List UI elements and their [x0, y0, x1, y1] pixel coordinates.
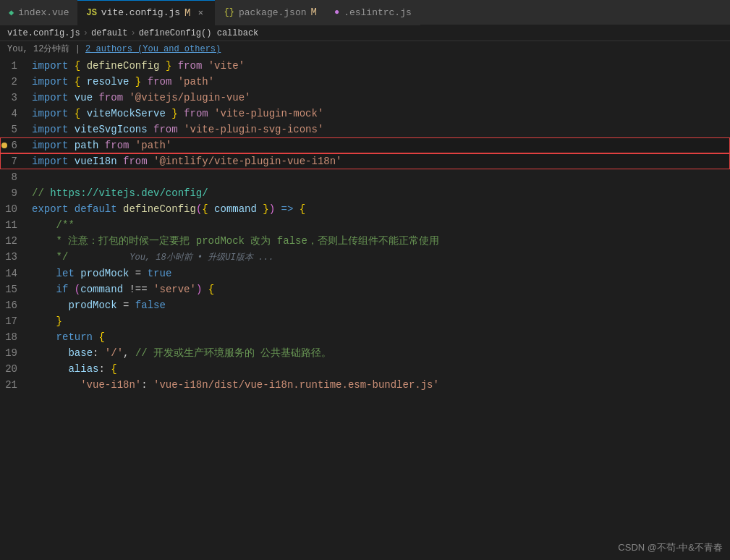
breadcrumb-sep2: ›	[130, 28, 135, 38]
tab-label: package.json	[239, 7, 307, 18]
token-comment: * 注意：打包的时候一定要把 prodMock 改为 false，否则上传组件不…	[56, 235, 439, 247]
code-line: 16 prodMock = false	[0, 297, 730, 313]
token-brace2: (	[75, 284, 80, 295]
code-line: 1import { defineConfig } from 'vite'	[0, 58, 730, 74]
code-line: 6import path from 'path'	[0, 137, 730, 153]
token-func: defineConfig	[87, 60, 160, 72]
tab-index-vue[interactable]: ◆ index.vue	[0, 0, 77, 25]
token-plain	[117, 203, 123, 215]
code-line: 15 if (command !== 'serve') {	[0, 281, 730, 297]
line-number: 9	[0, 185, 29, 201]
token-plain	[98, 140, 104, 151]
token-plain	[32, 363, 68, 375]
tab-bar: ◆ index.vue JS vite.config.js M ✕ {} pac…	[0, 0, 730, 25]
tab-close-button[interactable]: ✕	[195, 7, 206, 19]
token-comment-url: https://vitejs.dev/config/	[50, 187, 208, 199]
code-line: 8	[0, 169, 730, 185]
line-number: 17	[0, 313, 29, 329]
token-str: 'path'	[178, 76, 214, 88]
token-str: '/'	[105, 347, 123, 359]
breadcrumb-path1[interactable]: default	[91, 28, 127, 38]
token-plain	[32, 235, 56, 247]
blame-sep: |	[75, 44, 85, 54]
token-kw2: from	[98, 92, 123, 103]
vue-icon: ◆	[9, 7, 14, 18]
token-plain	[68, 108, 74, 119]
token-plain	[293, 203, 299, 215]
token-kw2: from	[105, 140, 130, 151]
token-kw: if	[56, 284, 69, 295]
token-plain	[68, 140, 74, 151]
line-number: 5	[0, 122, 29, 137]
tab-package-json[interactable]: {} package.json M	[215, 0, 325, 25]
token-plain	[32, 331, 56, 343]
tab-vite-config-js[interactable]: JS vite.config.js M ✕	[77, 0, 215, 25]
token-var: vueI18n	[75, 156, 117, 167]
token-plain	[171, 76, 177, 88]
token-comment: */	[56, 251, 69, 263]
eslint-icon: ●	[334, 7, 339, 17]
token-plain	[275, 203, 281, 215]
token-str: 'vite'	[208, 60, 245, 72]
token-plain	[32, 347, 68, 359]
token-plain	[171, 60, 177, 72]
token-plain	[141, 268, 147, 279]
tab-label: .eslintrc.js	[344, 7, 412, 18]
line-content: * 注意：打包的时候一定要把 prodMock 改为 false，否则上传组件不…	[29, 233, 730, 249]
breadcrumb-path2[interactable]: defineConfig() callback	[139, 28, 259, 38]
token-plain	[148, 379, 153, 391]
line-number: 11	[0, 217, 29, 233]
blame-authors[interactable]: 2 authors (You and others)	[85, 44, 221, 54]
token-plain	[80, 108, 86, 119]
line-number: 18	[0, 329, 29, 345]
line-number: 20	[0, 361, 29, 377]
code-line: 2import { resolve } from 'path'	[0, 74, 730, 90]
code-line: 11 /**	[0, 217, 730, 233]
token-kw: import	[32, 92, 68, 103]
code-line: 19 base: '/', // 开发或生产环境服务的 公共基础路径。	[0, 345, 730, 361]
token-kw2: from	[178, 60, 203, 72]
line-number: 15	[0, 281, 29, 297]
token-plain	[202, 60, 208, 72]
code-line: 4import { viteMockServe } from 'vite-plu…	[0, 106, 730, 122]
token-kw: return	[56, 331, 93, 343]
token-plain	[80, 60, 86, 72]
line-content: let prodMock = true	[29, 266, 730, 281]
token-kw: default	[75, 203, 117, 215]
code-line: 12 * 注意：打包的时候一定要把 prodMock 改为 false，否则上传…	[0, 233, 730, 249]
token-str: '@vitejs/plugin-vue'	[129, 92, 250, 103]
code-line: 10export default defineConfig({ command …	[0, 201, 730, 217]
code-line: 14 let prodMock = true	[0, 266, 730, 281]
git-inline-blame: You, 18小时前 • 升级UI版本 ...	[82, 253, 273, 263]
token-brace2: )	[269, 203, 275, 215]
token-plain	[75, 268, 80, 279]
token-str: '@intlify/vite-plugin-vue-i18n'	[153, 156, 341, 167]
token-plain	[208, 108, 214, 119]
token-str: 'serve'	[153, 284, 196, 295]
token-plain	[159, 60, 165, 72]
line-number: 14	[0, 266, 29, 281]
line-number: 10	[0, 201, 29, 217]
token-kw2: from	[148, 76, 172, 88]
line-number: 7	[0, 153, 29, 169]
blame-user: You, 12分钟前	[7, 44, 69, 54]
line-number: 8	[0, 169, 29, 185]
breadcrumb-file[interactable]: vite.config.js	[7, 28, 80, 38]
tab-eslintrc-js[interactable]: ● .eslintrc.js	[326, 0, 420, 25]
code-line: 21 'vue-i18n': 'vue-i18n/dist/vue-i18n.r…	[0, 377, 730, 393]
line-content: if (command !== 'serve') {	[29, 281, 730, 297]
token-var: prodMock	[80, 268, 129, 279]
token-plain	[129, 300, 135, 311]
token-brace: {	[75, 76, 80, 88]
token-brace: }	[56, 315, 62, 327]
breadcrumb-sep1: ›	[83, 28, 88, 38]
line-content: export default defineConfig({ command })…	[29, 201, 730, 217]
token-brace: {	[202, 203, 208, 215]
line-content: import { viteMockServe } from 'vite-plug…	[29, 106, 730, 122]
token-var: viteMockServe	[87, 108, 166, 119]
line-content: import vue from '@vitejs/plugin-vue'	[29, 90, 730, 106]
code-line: 20 alias: {	[0, 361, 730, 377]
token-brace: {	[208, 284, 214, 295]
token-comment: //	[32, 187, 50, 199]
line-number: 16	[0, 297, 29, 313]
